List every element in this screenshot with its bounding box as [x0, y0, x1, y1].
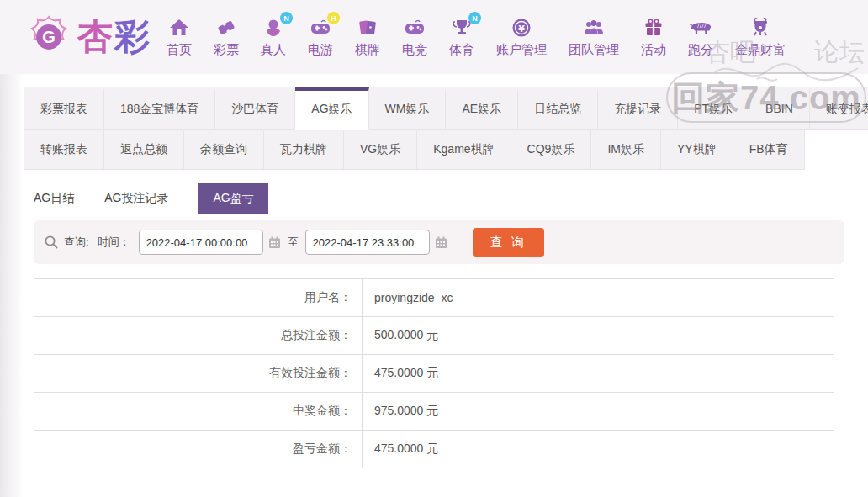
nav-item-team[interactable]: 团队管理 [569, 16, 619, 58]
person-icon: N [262, 16, 285, 40]
table-row: 用户名： proyingzide_xc [34, 279, 834, 317]
tab-ae-entertainment[interactable]: AE娱乐 [446, 87, 518, 130]
report-tabs: 彩票报表 188金宝博体育 沙巴体育 AG娱乐 WM娱乐 AE娱乐 日结总览 充… [24, 87, 868, 170]
tab-yy-cards[interactable]: YY棋牌 [661, 130, 733, 170]
tab-balance-query[interactable]: 余额查询 [184, 130, 264, 170]
nav-item-account[interactable]: ¥ 账户管理 [496, 16, 547, 58]
brand-logo[interactable]: G 杏彩 [25, 13, 151, 61]
tab-bbin[interactable]: BBIN [749, 87, 810, 130]
tab-deposit-withdraw[interactable]: 充提记录 [598, 87, 678, 130]
cauldron-icon [749, 16, 772, 40]
main-nav: 首页 彩票 N 真人 H 电游 棋牌 [167, 16, 786, 58]
tab-row-2: 转账报表 返点总额 余额查询 瓦力棋牌 VG娱乐 Kgame棋牌 CQ9娱乐 I… [24, 130, 868, 170]
team-icon [582, 16, 606, 40]
tab-wm-entertainment[interactable]: WM娱乐 [369, 87, 447, 130]
nav-item-slots[interactable]: H 电游 [308, 16, 333, 58]
row-label-total-bet: 总投注金额： [34, 317, 363, 354]
tab-kgame-cards[interactable]: Kgame棋牌 [417, 130, 511, 170]
home-icon [167, 16, 191, 40]
profit-loss-table: 用户名： proyingzide_xc 总投注金额： 500.0000 元 有效… [34, 278, 834, 468]
row-value-total-bet: 500.0000 元 [363, 317, 834, 354]
row-label-profit-loss: 盈亏金额： [34, 431, 363, 468]
tab-account-change[interactable]: 账变报表 [810, 87, 868, 130]
row-label-valid-bet: 有效投注金额： [34, 355, 363, 392]
nav-item-esports[interactable]: 电竞 [402, 16, 427, 58]
to-label: 至 [288, 235, 299, 250]
rhino-icon [689, 16, 712, 40]
table-row: 总投注金额： 500.0000 元 [34, 317, 834, 355]
nav-item-lottery[interactable]: 彩票 [214, 16, 239, 58]
search-icon [44, 235, 59, 250]
row-value-winnings: 975.0000 元 [363, 393, 834, 430]
gift-icon [642, 16, 665, 40]
row-value-valid-bet: 475.0000 元 [363, 355, 834, 392]
tab-im-entertainment[interactable]: IM娱乐 [591, 130, 661, 170]
calendar-icon-to[interactable] [435, 236, 447, 249]
query-button[interactable]: 查 询 [473, 228, 544, 257]
tab-pt-entertainment[interactable]: PT娱乐 [678, 87, 749, 130]
nav-item-promos[interactable]: 活动 [641, 16, 666, 58]
flower-logo-icon: G [25, 13, 72, 61]
top-header: G 杏彩 首页 彩票 N 真人 H [0, 0, 868, 74]
gamepad-icon: H [309, 16, 332, 40]
row-value-profit-loss: 475.0000 元 [363, 431, 834, 468]
nav-item-live[interactable]: N 真人 [261, 16, 286, 58]
new-badge: N [468, 12, 481, 24]
new-badge: N [280, 12, 293, 24]
date-from-input[interactable] [139, 230, 263, 255]
calendar-icon-from[interactable] [268, 236, 281, 249]
tab-lottery-report[interactable]: 彩票报表 [24, 87, 104, 130]
tab-rebate-total[interactable]: 返点总额 [104, 130, 184, 170]
brand-name: 杏彩 [77, 13, 151, 61]
nav-item-wealth[interactable]: 金鼎财富 [735, 16, 786, 58]
row-label-username: 用户名： [34, 279, 363, 316]
subtab-ag-bet-records[interactable]: AG投注记录 [104, 183, 168, 214]
subtab-ag-profit-loss[interactable]: AG盈亏 [198, 183, 267, 214]
tab-daily-summary[interactable]: 日结总览 [518, 87, 598, 130]
esports-gamepad-icon [403, 16, 426, 40]
tab-ag-entertainment[interactable]: AG娱乐 [295, 87, 368, 130]
table-row: 有效投注金额： 475.0000 元 [34, 355, 834, 393]
left-edge-gradient [0, 74, 24, 497]
tab-saba-sports[interactable]: 沙巴体育 [215, 87, 295, 130]
svg-text:¥: ¥ [518, 24, 525, 34]
cards-icon [356, 16, 379, 40]
row-label-winnings: 中奖金额： [34, 393, 363, 430]
nav-item-cards[interactable]: 棋牌 [355, 16, 380, 58]
nav-item-home[interactable]: 首页 [167, 16, 192, 58]
tab-fb-sports[interactable]: FB体育 [733, 130, 805, 170]
tab-vg-entertainment[interactable]: VG娱乐 [344, 130, 417, 170]
hot-badge: H [327, 12, 340, 24]
trophy-icon: N [450, 16, 474, 40]
time-label: 时间： [98, 235, 130, 250]
tab-cq9-entertainment[interactable]: CQ9娱乐 [511, 130, 592, 170]
tab-transfer-report[interactable]: 转账报表 [24, 130, 104, 170]
subtab-ag-daily[interactable]: AG日结 [34, 183, 74, 214]
nav-item-benchmark[interactable]: 跑分 [688, 16, 713, 58]
ticket-icon [214, 16, 238, 40]
row-value-username: proyingzide_xc [363, 279, 834, 316]
date-to-input[interactable] [305, 230, 430, 255]
nav-item-sports[interactable]: N 体育 [449, 16, 474, 58]
tab-wali-cards[interactable]: 瓦力棋牌 [264, 130, 344, 170]
tab-188-sports[interactable]: 188金宝博体育 [104, 87, 215, 130]
table-row: 盈亏金额： 475.0000 元 [34, 431, 834, 468]
tab-row-1: 彩票报表 188金宝博体育 沙巴体育 AG娱乐 WM娱乐 AE娱乐 日结总览 充… [24, 87, 868, 130]
query-label: 查询: [64, 235, 89, 250]
query-bar: 查询: 时间： 至 查 询 [34, 220, 844, 264]
ag-subtabs: AG日结 AG投注记录 AG盈亏 [34, 183, 268, 214]
table-row: 中奖金额： 975.0000 元 [34, 393, 834, 431]
yuan-coin-icon: ¥ [510, 16, 533, 40]
svg-text:G: G [42, 28, 56, 46]
